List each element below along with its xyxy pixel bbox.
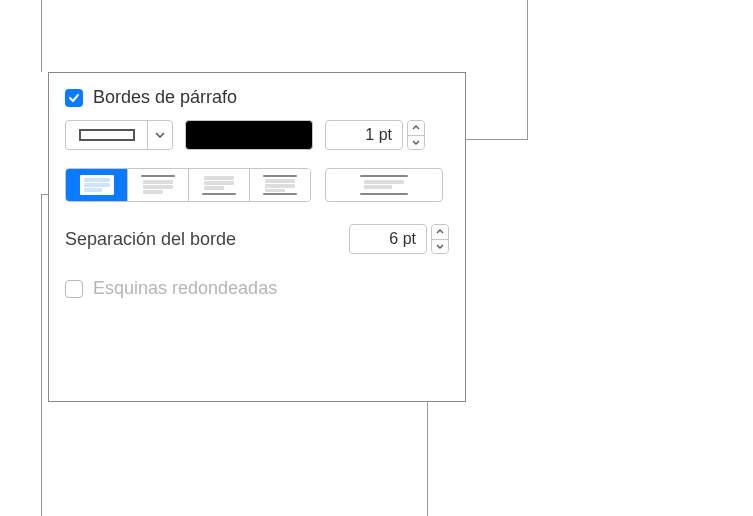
border-style-select[interactable] bbox=[65, 120, 173, 150]
rounded-checkbox[interactable] bbox=[65, 280, 83, 298]
border-position-bottom[interactable] bbox=[188, 169, 249, 201]
stepper-down-icon[interactable] bbox=[408, 136, 424, 150]
borders-checkbox[interactable] bbox=[65, 89, 83, 107]
border-all-icon bbox=[80, 175, 114, 195]
callout-line bbox=[41, 194, 42, 516]
borders-title: Bordes de párrafo bbox=[93, 87, 237, 108]
border-position-all[interactable] bbox=[66, 169, 127, 201]
border-width-stepper[interactable] bbox=[407, 120, 425, 150]
border-style-preview bbox=[66, 121, 148, 149]
rounded-label: Esquinas redondeadas bbox=[93, 278, 277, 299]
stepper-down-icon[interactable] bbox=[432, 240, 448, 254]
stepper-up-icon[interactable] bbox=[432, 225, 448, 240]
separation-label: Separación del borde bbox=[65, 229, 349, 250]
border-width-field: 1 pt bbox=[325, 120, 425, 150]
callout-line bbox=[41, 0, 42, 72]
border-outside-icon bbox=[360, 175, 408, 195]
border-position-topbottom[interactable] bbox=[249, 169, 310, 201]
border-color-well[interactable] bbox=[185, 120, 313, 150]
stepper-up-icon[interactable] bbox=[408, 121, 424, 136]
border-position-top[interactable] bbox=[127, 169, 188, 201]
separation-stepper[interactable] bbox=[431, 224, 449, 254]
border-position-row bbox=[65, 168, 449, 202]
border-top-icon bbox=[141, 175, 175, 195]
callout-line bbox=[465, 139, 527, 140]
separation-row: Separación del borde 6 pt bbox=[65, 224, 449, 254]
border-topbottom-icon bbox=[263, 175, 297, 195]
border-position-segmented bbox=[65, 168, 311, 202]
check-icon bbox=[68, 92, 80, 104]
border-controls-row: 1 pt bbox=[65, 120, 449, 150]
separation-field: 6 pt bbox=[349, 224, 449, 254]
callout-line bbox=[527, 0, 528, 140]
line-style-icon bbox=[79, 129, 135, 141]
separation-input[interactable]: 6 pt bbox=[349, 224, 427, 254]
border-bottom-icon bbox=[202, 175, 236, 195]
border-position-outside[interactable] bbox=[325, 168, 443, 202]
border-width-input[interactable]: 1 pt bbox=[325, 120, 403, 150]
rounded-row: Esquinas redondeadas bbox=[65, 278, 449, 299]
header-row: Bordes de párrafo bbox=[65, 87, 449, 108]
callout-line bbox=[427, 402, 428, 516]
chevron-down-icon bbox=[148, 121, 172, 149]
paragraph-borders-panel: Bordes de párrafo 1 pt bbox=[48, 72, 466, 402]
